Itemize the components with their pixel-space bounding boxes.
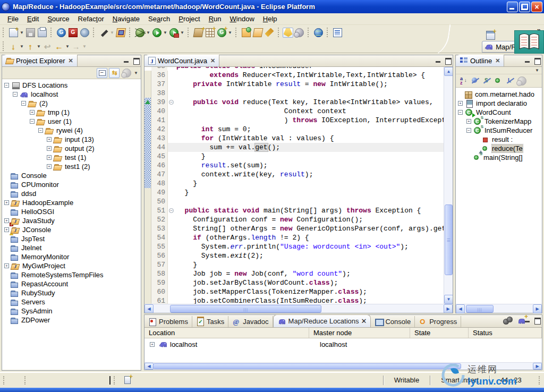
print-button[interactable] xyxy=(36,27,48,38)
bottom-tab-problems[interactable]: Problems xyxy=(144,316,192,327)
run-button[interactable] xyxy=(151,27,163,38)
menu-project[interactable]: Project xyxy=(174,14,204,24)
view-menu-dropdown[interactable]: ▼ xyxy=(534,68,540,73)
line-number[interactable]: 35 xyxy=(151,67,167,71)
outline-menu-button[interactable] xyxy=(517,76,526,85)
debug-dropdown[interactable]: ▼ xyxy=(146,30,151,35)
tree-item-mygwtproject[interactable]: +MyGwtProject xyxy=(2,261,141,270)
line-number[interactable]: 51 xyxy=(151,206,167,215)
scroll-up-button[interactable]: ▲ xyxy=(444,67,453,76)
search-button[interactable] xyxy=(264,27,275,38)
focus-button[interactable] xyxy=(121,68,132,78)
open-perspective-button[interactable] xyxy=(484,29,496,41)
vertical-scroll-thumb[interactable]: ☰ xyxy=(445,204,453,276)
code-line-37[interactable]: 37 private IntWritable result = new IntW… xyxy=(144,80,444,89)
line-number[interactable]: 37 xyxy=(151,80,167,89)
line-number[interactable]: 52 xyxy=(151,215,167,224)
horizontal-scroll-thumb[interactable] xyxy=(153,363,461,369)
code-line-51[interactable]: 51− public static void main(String[] arg… xyxy=(144,206,444,215)
next-annotation-button[interactable]: ↓ xyxy=(7,40,19,52)
menu-file[interactable]: File xyxy=(3,14,23,24)
line-number[interactable]: 49 xyxy=(151,188,167,197)
previous-annotation-dropdown[interactable]: ▼ xyxy=(36,44,41,49)
restore-button[interactable] xyxy=(519,2,530,12)
task-list-button[interactable] xyxy=(332,27,343,38)
sort-button[interactable]: az↓ xyxy=(459,76,468,85)
expand-toggle[interactable]: + xyxy=(47,146,52,151)
open-resource-button[interactable] xyxy=(115,27,126,38)
tree-item-result[interactable]: result : xyxy=(456,135,542,144)
code-line-47[interactable]: 47 context.write(key, result); xyxy=(144,170,444,179)
google-toolbar-button[interactable] xyxy=(67,27,79,38)
new-groovy-class-button[interactable] xyxy=(216,27,227,38)
code-line-35[interactable]: 35public static class IntSumReducer xyxy=(144,67,444,71)
code-line-57[interactable]: 57 } xyxy=(144,260,444,269)
line-number[interactable]: 46 xyxy=(151,161,167,170)
collapse-toggle[interactable]: − xyxy=(458,110,463,115)
column-header-master-node[interactable]: Master node xyxy=(309,328,410,338)
code-line-61[interactable]: 61 job.setCombinerClass(IntSumReducer.cl… xyxy=(144,296,444,304)
tree-item-import-declaratio[interactable]: +import declaratio xyxy=(456,99,542,108)
menu-help[interactable]: Help xyxy=(259,14,282,24)
code-line-52[interactable]: 52 Configuration conf = new Configuratio… xyxy=(144,215,444,224)
hide-non-public-toggle[interactable] xyxy=(494,76,503,85)
menu-navigate[interactable]: Navigate xyxy=(108,14,144,24)
menu-refactor[interactable]: Refactor xyxy=(74,14,108,24)
tree-item-helloosgi[interactable]: HelloOSGI xyxy=(2,207,141,216)
tree-item-jtelnet[interactable]: Jtelnet xyxy=(2,243,141,252)
new-wizard-button[interactable] xyxy=(7,27,19,38)
line-number[interactable]: 54 xyxy=(151,233,167,242)
collapse-toggle[interactable]: − xyxy=(21,101,26,106)
line-number[interactable]: 38 xyxy=(151,89,167,98)
close-view-icon[interactable]: ✕ xyxy=(68,57,73,64)
scroll-right-button[interactable]: ▶ xyxy=(444,304,453,313)
collapse-all-button[interactable] xyxy=(97,68,107,78)
expand-toggle[interactable]: + xyxy=(4,227,9,232)
close-button[interactable]: × xyxy=(531,2,542,12)
minimize-view-button[interactable] xyxy=(524,57,531,63)
line-number[interactable]: 43 xyxy=(151,134,167,143)
collapse-toggle[interactable]: − xyxy=(466,128,471,133)
forward-button[interactable]: → xyxy=(70,40,82,52)
tree-item-com-metarnet-hado[interactable]: com.metarnet.hado xyxy=(456,90,542,99)
tree-item-rubystudy[interactable]: RubyStudy xyxy=(2,288,141,297)
menu-edit[interactable]: Edit xyxy=(23,14,43,24)
close-editor-icon[interactable]: ✕ xyxy=(210,57,215,64)
fast-view-button[interactable] xyxy=(124,376,131,384)
line-number[interactable]: 56 xyxy=(151,251,167,260)
line-number[interactable]: 55 xyxy=(151,242,167,251)
back-dropdown[interactable]: ▼ xyxy=(65,44,70,49)
bottom-tab-map-reduce-locations[interactable]: Map/Reduce Locations✕ xyxy=(273,314,371,327)
save-button[interactable] xyxy=(24,27,36,38)
close-view-icon[interactable]: ✕ xyxy=(495,57,500,64)
tree-item-wordcount[interactable]: −CWordCount xyxy=(456,108,542,117)
tree-item-output-2[interactable]: +output (2) xyxy=(2,144,141,153)
horizontal-scroll-thumb[interactable]: ||| xyxy=(466,305,494,313)
hide-local-types-toggle[interactable]: L xyxy=(506,76,514,85)
line-number[interactable]: 59 xyxy=(151,278,167,287)
tree-item-repastaccount[interactable]: RepastAccount xyxy=(2,279,141,288)
open-type-button[interactable] xyxy=(240,27,252,38)
web-browser-button[interactable] xyxy=(312,27,324,38)
line-number[interactable]: 41 xyxy=(151,116,167,125)
code-line-53[interactable]: 53 String[] otherArgs = new GenericOptio… xyxy=(144,224,444,233)
tree-item-zdpower[interactable]: ZDPower xyxy=(2,316,141,325)
expand-toggle[interactable]: + xyxy=(4,263,9,268)
code-line-56[interactable]: 56 System.exit(2); xyxy=(144,251,444,260)
tree-item-intsumreducer[interactable]: −CSIntSumReducer xyxy=(456,126,542,135)
code-line-45[interactable]: 45 } xyxy=(144,152,444,161)
tree-item-rywei-4[interactable]: −rywei (4) xyxy=(2,126,141,135)
tree-item-remotesystemstempfiles[interactable]: RemoteSystemsTempFiles xyxy=(2,270,141,279)
scroll-right-button[interactable]: ▶ xyxy=(533,304,542,313)
tree-item-jsptest[interactable]: JspTest xyxy=(2,234,141,243)
bottom-tab-progress[interactable]: Progress xyxy=(415,316,461,327)
bottom-tab-javadoc[interactable]: Javadoc xyxy=(228,316,273,327)
new-wizard-dropdown[interactable]: ▼ xyxy=(19,30,24,35)
minimize-view-button[interactable] xyxy=(123,57,130,63)
hide-static-members-toggle[interactable]: S xyxy=(482,76,491,85)
line-number[interactable]: 36 xyxy=(151,71,167,80)
expand-toggle[interactable]: + xyxy=(30,110,35,115)
open-file-button[interactable] xyxy=(252,27,264,38)
code-line-40[interactable]: 40 Context context xyxy=(144,107,444,116)
class-diagram-button[interactable] xyxy=(98,27,109,38)
